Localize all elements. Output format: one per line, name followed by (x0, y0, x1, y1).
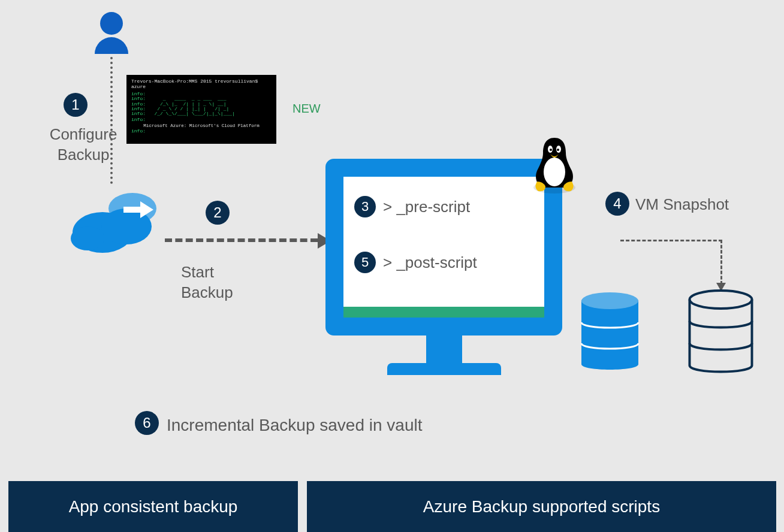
step-1-label: ConfigureBackup (44, 125, 122, 165)
svg-point-10 (581, 292, 638, 309)
svg-point-8 (550, 149, 552, 151)
step-1-badge: 1 (64, 93, 88, 117)
disk-snapshot-icon (683, 288, 758, 380)
step-3-label: > _pre-script (383, 198, 470, 216)
step-6-label: Incremental Backup saved in vault (167, 415, 422, 436)
svg-point-5 (544, 158, 565, 186)
bottom-bar-right: Azure Backup supported scripts (307, 481, 776, 532)
step-4-badge: 4 (605, 192, 629, 216)
step-6-badge: 6 (135, 411, 159, 435)
svg-point-11 (690, 291, 752, 309)
bottom-bar-left: App consistent backup (8, 481, 298, 532)
new-tag: NEW (293, 102, 321, 116)
terminal-screenshot: Trevors-MacBook-Pro:MMS 2015 trevorsulli… (126, 75, 276, 144)
svg-point-3 (71, 226, 104, 250)
pre-script-line: 3 > _pre-script (354, 196, 470, 217)
cloud-backup-icon (70, 186, 165, 260)
step-3-badge: 3 (354, 196, 376, 217)
user-icon (95, 12, 128, 54)
step-2-badge: 2 (206, 201, 230, 225)
svg-point-9 (557, 149, 559, 151)
disk-source-icon (575, 288, 644, 377)
step-5-badge: 5 (354, 252, 376, 273)
terminal-footer: Microsoft Azure: Microsoft's Cloud Platf… (131, 123, 272, 128)
monitor-progress-bar (343, 307, 544, 318)
step-4-label: VM Snapshot (635, 195, 729, 215)
linux-vm-monitor-icon: 3 > _pre-script 5 > _post-script (325, 159, 562, 375)
terminal-prompt: Trevors-MacBook-Pro:MMS 2015 trevorsulli… (131, 78, 272, 89)
arrow-snapshot (620, 240, 722, 291)
step-2-label: StartBackup (181, 262, 233, 303)
arrow-cloud-to-monitor (165, 238, 318, 242)
step-5-label: > _post-script (383, 253, 477, 272)
post-script-line: 5 > _post-script (354, 252, 477, 273)
tux-penguin-icon (527, 135, 581, 197)
